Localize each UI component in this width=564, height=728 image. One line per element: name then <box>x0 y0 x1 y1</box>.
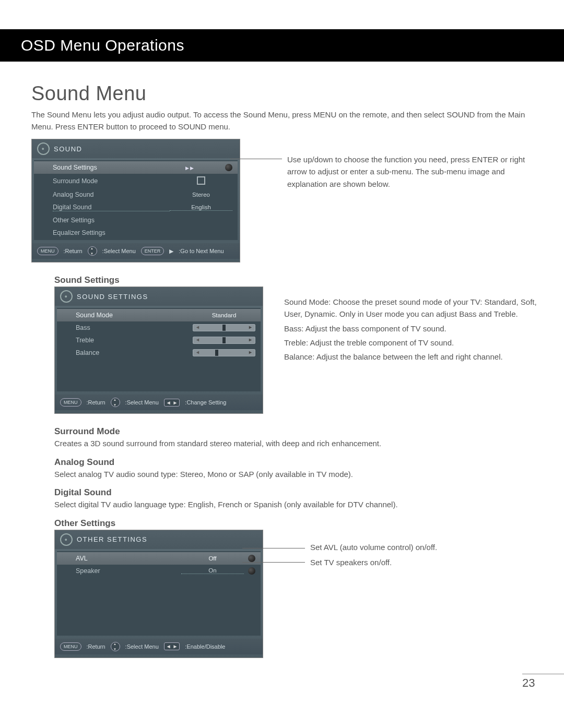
arrows-icon: ▶ ▶ <box>185 165 194 171</box>
callout-paragraph: Use up/down to choose the function you n… <box>287 155 525 188</box>
select-menu-label: :Select Menu <box>102 248 136 254</box>
enable-disable-label: :Enable/Disable <box>185 643 225 650</box>
osd-footer: MENU :Return :Select Menu ◄ ► :Enable/Di… <box>55 639 263 654</box>
surround-mode-text: Creates a 3D sound surround from standar… <box>54 438 543 450</box>
osd-title: SOUND SETTINGS <box>77 293 148 301</box>
other-settings-callouts: Set AVL (auto volume control) on/off. Se… <box>263 530 437 569</box>
osd-sound-menu: ● SOUND Sound Settings ▶ ▶ Surround Mode… <box>31 139 240 262</box>
select-menu-label: :Select Menu <box>125 399 159 405</box>
sound-settings-explanation: Sound Mode: Choose the preset sound mode… <box>263 287 543 365</box>
return-label: :Return <box>87 399 105 405</box>
text-bass: Bass: Adjust the bass component of TV so… <box>284 323 543 335</box>
header-title: OSD Menu Operations <box>21 37 184 54</box>
menu-badge-icon: MENU <box>60 398 81 407</box>
updown-icon <box>88 246 97 256</box>
osd-title-bar: ● SOUND <box>32 139 240 158</box>
osd-footer: MENU :Return :Select Menu ENTER ▶ :Go to… <box>32 243 240 259</box>
selector-dot-icon <box>248 567 255 575</box>
sound-icon: ● <box>60 290 73 303</box>
sound-icon: ● <box>37 142 50 155</box>
osd-other-settings: ● OTHER SETTINGS AVL Off Speaker On <box>54 530 263 658</box>
slider-icon <box>193 324 255 331</box>
leftright-icon: ◄ ► <box>164 399 180 407</box>
menu-badge-icon: MENU <box>37 247 58 255</box>
selector-dot-icon <box>225 164 232 171</box>
checkbox-icon <box>197 176 205 185</box>
page-header: OSD Menu Operations <box>0 29 564 62</box>
menu-item-avl[interactable]: AVL Off <box>57 552 261 565</box>
analog-sound-heading: Analog Sound <box>54 457 543 468</box>
section-title: Sound Menu <box>31 82 543 105</box>
text-treble: Treble: Adjust the treble component of T… <box>284 337 543 349</box>
digital-sound-text: Select digital TV audio language type: E… <box>54 499 543 511</box>
osd-title-bar: ● SOUND SETTINGS <box>55 287 263 306</box>
leftright-icon: ◄ ► <box>164 642 180 650</box>
intro-paragraph: The Sound Menu lets you adjust audio out… <box>31 109 543 133</box>
select-menu-label: :Select Menu <box>125 643 159 650</box>
menu-item-analog-sound[interactable]: Analog Sound Stereo <box>34 188 238 201</box>
analog-sound-text: Select analog TV audio sound type: Stere… <box>54 469 543 481</box>
menu-badge-icon: MENU <box>60 642 81 651</box>
digital-sound-heading: Digital Sound <box>54 487 543 498</box>
menu-item-speaker[interactable]: Speaker On <box>57 565 261 577</box>
menu-item-balance[interactable]: Balance <box>57 347 261 359</box>
callout-speaker: Set TV speakers on/off. <box>310 556 437 568</box>
sound-settings-heading: Sound Settings <box>54 275 543 285</box>
page-number: 23 <box>522 674 564 690</box>
text-sound-mode: Sound Mode: Choose the preset sound mode… <box>284 296 543 320</box>
osd-title: OTHER SETTINGS <box>77 535 147 543</box>
osd-title: SOUND <box>54 145 82 153</box>
osd-list: AVL Off Speaker On <box>57 551 261 636</box>
goto-next-label: :Go to Next Menu <box>179 248 224 254</box>
updown-icon <box>111 398 120 407</box>
callout-leader-icon <box>230 159 282 159</box>
enter-badge-icon: ENTER <box>141 247 164 255</box>
other-settings-heading: Other Settings <box>54 518 543 529</box>
return-label: :Return <box>87 643 105 650</box>
selector-dot-icon <box>248 555 255 562</box>
text-balance: Balance: Adjust the balance between the … <box>284 351 543 363</box>
menu-item-surround-mode[interactable]: Surround Mode <box>34 174 238 188</box>
callout-text: Use up/down to choose the function you n… <box>240 139 543 190</box>
change-setting-label: :Change Setting <box>185 399 226 405</box>
callout-leader-icon <box>242 548 305 548</box>
osd-list: Sound Mode Standard Bass Treble Bala <box>57 308 261 391</box>
updown-icon <box>111 642 120 651</box>
menu-item-treble[interactable]: Treble <box>57 334 261 347</box>
menu-item-equalizer-settings[interactable]: Equalizer Settings <box>34 226 238 239</box>
slider-icon <box>193 337 255 344</box>
osd-footer: MENU :Return :Select Menu ◄ ► :Change Se… <box>55 395 263 410</box>
menu-item-sound-mode[interactable]: Sound Mode Standard <box>57 309 261 321</box>
slider-icon <box>193 349 255 356</box>
osd-sound-settings: ● SOUND SETTINGS Sound Mode Standard Bas… <box>54 287 263 414</box>
menu-item-bass[interactable]: Bass <box>57 321 261 334</box>
callout-avl: Set AVL (auto volume control) on/off. <box>310 541 437 553</box>
osd-list: Sound Settings ▶ ▶ Surround Mode Analog … <box>34 160 238 240</box>
sound-icon: ● <box>60 533 73 546</box>
osd-title-bar: ● OTHER SETTINGS <box>55 530 263 549</box>
arrow-right-icon: ▶ <box>169 248 173 255</box>
callout-leader-icon <box>242 562 305 563</box>
menu-item-other-settings[interactable]: Other Settings <box>34 214 238 226</box>
menu-item-digital-sound[interactable]: Digital Sound English <box>34 201 238 214</box>
surround-mode-heading: Surround Mode <box>54 426 543 437</box>
menu-item-sound-settings[interactable]: Sound Settings ▶ ▶ <box>34 161 238 174</box>
return-label: :Return <box>64 248 83 254</box>
